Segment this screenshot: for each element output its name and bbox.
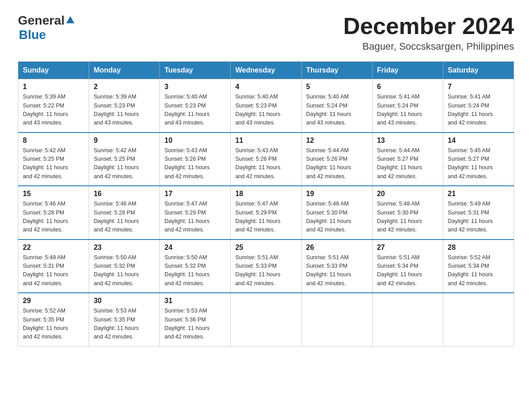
calendar-cell: 4Sunrise: 5:40 AMSunset: 5:23 PMDaylight… bbox=[231, 79, 301, 133]
calendar-cell: 8Sunrise: 5:42 AMSunset: 5:25 PMDaylight… bbox=[18, 133, 89, 186]
day-number: 3 bbox=[164, 83, 226, 91]
day-info: Sunrise: 5:46 AMSunset: 5:28 PMDaylight:… bbox=[23, 200, 84, 235]
calendar-cell: 26Sunrise: 5:51 AMSunset: 5:33 PMDayligh… bbox=[301, 240, 372, 293]
day-info: Sunrise: 5:51 AMSunset: 5:34 PMDaylight:… bbox=[377, 253, 438, 288]
calendar-cell: 19Sunrise: 5:48 AMSunset: 5:30 PMDayligh… bbox=[301, 186, 372, 240]
day-number: 30 bbox=[94, 297, 155, 305]
calendar-cell: 31Sunrise: 5:53 AMSunset: 5:36 PMDayligh… bbox=[160, 293, 231, 346]
title-block: December 2024 Baguer, Soccsksargen, Phil… bbox=[343, 13, 514, 52]
calendar-cell: 11Sunrise: 5:43 AMSunset: 5:26 PMDayligh… bbox=[231, 133, 301, 186]
day-info: Sunrise: 5:42 AMSunset: 5:25 PMDaylight:… bbox=[23, 146, 84, 181]
calendar-cell: 9Sunrise: 5:42 AMSunset: 5:25 PMDaylight… bbox=[89, 133, 160, 186]
calendar-cell: 24Sunrise: 5:50 AMSunset: 5:32 PMDayligh… bbox=[160, 240, 231, 293]
weekday-header-row: SundayMondayTuesdayWednesdayThursdayFrid… bbox=[18, 62, 514, 79]
day-info: Sunrise: 5:53 AMSunset: 5:36 PMDaylight:… bbox=[164, 307, 226, 342]
calendar-cell: 7Sunrise: 5:41 AMSunset: 5:24 PMDaylight… bbox=[443, 79, 514, 133]
day-info: Sunrise: 5:45 AMSunset: 5:27 PMDaylight:… bbox=[448, 146, 509, 181]
week-row-5: 29Sunrise: 5:52 AMSunset: 5:35 PMDayligh… bbox=[18, 293, 514, 346]
calendar-cell: 25Sunrise: 5:51 AMSunset: 5:33 PMDayligh… bbox=[231, 240, 301, 293]
weekday-header-sunday: Sunday bbox=[18, 62, 89, 79]
day-info: Sunrise: 5:43 AMSunset: 5:26 PMDaylight:… bbox=[235, 146, 296, 181]
day-number: 29 bbox=[23, 297, 84, 305]
calendar-cell: 13Sunrise: 5:44 AMSunset: 5:27 PMDayligh… bbox=[372, 133, 443, 186]
day-info: Sunrise: 5:47 AMSunset: 5:29 PMDaylight:… bbox=[235, 200, 296, 235]
calendar-cell bbox=[372, 293, 443, 346]
logo-blue-text: Blue bbox=[19, 28, 75, 42]
weekday-header-tuesday: Tuesday bbox=[160, 62, 231, 79]
day-info: Sunrise: 5:48 AMSunset: 5:30 PMDaylight:… bbox=[377, 200, 438, 235]
day-number: 25 bbox=[235, 244, 296, 252]
location-title: Baguer, Soccsksargen, Philippines bbox=[343, 41, 514, 52]
calendar-cell: 2Sunrise: 5:39 AMSunset: 5:23 PMDaylight… bbox=[89, 79, 160, 133]
day-number: 14 bbox=[448, 137, 509, 145]
day-info: Sunrise: 5:39 AMSunset: 5:22 PMDaylight:… bbox=[23, 93, 84, 128]
page-header: General Blue December 2024 Baguer, Soccs… bbox=[18, 13, 514, 52]
day-number: 31 bbox=[164, 297, 226, 305]
calendar-cell: 16Sunrise: 5:46 AMSunset: 5:28 PMDayligh… bbox=[89, 186, 160, 240]
weekday-header-wednesday: Wednesday bbox=[231, 62, 301, 79]
day-number: 28 bbox=[448, 244, 509, 252]
day-info: Sunrise: 5:44 AMSunset: 5:27 PMDaylight:… bbox=[377, 146, 438, 181]
day-info: Sunrise: 5:50 AMSunset: 5:32 PMDaylight:… bbox=[164, 253, 226, 288]
day-number: 13 bbox=[377, 137, 438, 145]
day-number: 9 bbox=[94, 137, 155, 145]
day-info: Sunrise: 5:39 AMSunset: 5:23 PMDaylight:… bbox=[94, 93, 155, 128]
calendar-cell bbox=[443, 293, 514, 346]
calendar-cell: 6Sunrise: 5:41 AMSunset: 5:24 PMDaylight… bbox=[372, 79, 443, 133]
week-row-3: 15Sunrise: 5:46 AMSunset: 5:28 PMDayligh… bbox=[18, 186, 514, 240]
week-row-2: 8Sunrise: 5:42 AMSunset: 5:25 PMDaylight… bbox=[18, 133, 514, 186]
day-info: Sunrise: 5:41 AMSunset: 5:24 PMDaylight:… bbox=[377, 93, 438, 128]
day-info: Sunrise: 5:47 AMSunset: 5:29 PMDaylight:… bbox=[164, 200, 226, 235]
day-info: Sunrise: 5:52 AMSunset: 5:35 PMDaylight:… bbox=[23, 307, 84, 342]
day-number: 15 bbox=[23, 190, 84, 198]
calendar-cell: 14Sunrise: 5:45 AMSunset: 5:27 PMDayligh… bbox=[443, 133, 514, 186]
day-info: Sunrise: 5:42 AMSunset: 5:25 PMDaylight:… bbox=[94, 146, 155, 181]
day-number: 6 bbox=[377, 83, 438, 91]
weekday-header-saturday: Saturday bbox=[443, 62, 514, 79]
day-number: 5 bbox=[306, 83, 368, 91]
day-info: Sunrise: 5:49 AMSunset: 5:31 PMDaylight:… bbox=[23, 253, 84, 288]
day-info: Sunrise: 5:52 AMSunset: 5:34 PMDaylight:… bbox=[448, 253, 509, 288]
day-number: 19 bbox=[306, 190, 368, 198]
day-number: 24 bbox=[164, 244, 226, 252]
calendar-cell: 21Sunrise: 5:49 AMSunset: 5:31 PMDayligh… bbox=[443, 186, 514, 240]
calendar-cell: 22Sunrise: 5:49 AMSunset: 5:31 PMDayligh… bbox=[18, 240, 89, 293]
day-number: 20 bbox=[377, 190, 438, 198]
weekday-header-friday: Friday bbox=[372, 62, 443, 79]
day-number: 18 bbox=[235, 190, 296, 198]
day-info: Sunrise: 5:49 AMSunset: 5:31 PMDaylight:… bbox=[448, 200, 509, 235]
calendar-cell: 10Sunrise: 5:43 AMSunset: 5:26 PMDayligh… bbox=[160, 133, 231, 186]
day-number: 22 bbox=[23, 244, 84, 252]
calendar-cell bbox=[301, 293, 372, 346]
day-number: 1 bbox=[23, 83, 84, 91]
day-info: Sunrise: 5:51 AMSunset: 5:33 PMDaylight:… bbox=[306, 253, 368, 288]
day-info: Sunrise: 5:43 AMSunset: 5:26 PMDaylight:… bbox=[164, 146, 226, 181]
calendar-table: SundayMondayTuesdayWednesdayThursdayFrid… bbox=[18, 61, 514, 347]
day-number: 26 bbox=[306, 244, 368, 252]
day-number: 2 bbox=[94, 83, 155, 91]
svg-marker-0 bbox=[66, 16, 74, 23]
day-number: 4 bbox=[235, 83, 296, 91]
logo: General Blue bbox=[18, 13, 75, 42]
logo-triangle-icon bbox=[65, 15, 75, 25]
calendar-cell: 12Sunrise: 5:44 AMSunset: 5:26 PMDayligh… bbox=[301, 133, 372, 186]
calendar-cell: 27Sunrise: 5:51 AMSunset: 5:34 PMDayligh… bbox=[372, 240, 443, 293]
day-number: 21 bbox=[448, 190, 509, 198]
calendar-cell: 17Sunrise: 5:47 AMSunset: 5:29 PMDayligh… bbox=[160, 186, 231, 240]
day-info: Sunrise: 5:48 AMSunset: 5:30 PMDaylight:… bbox=[306, 200, 368, 235]
calendar-cell: 20Sunrise: 5:48 AMSunset: 5:30 PMDayligh… bbox=[372, 186, 443, 240]
day-number: 10 bbox=[164, 137, 226, 145]
calendar-cell: 15Sunrise: 5:46 AMSunset: 5:28 PMDayligh… bbox=[18, 186, 89, 240]
calendar-cell: 30Sunrise: 5:53 AMSunset: 5:35 PMDayligh… bbox=[89, 293, 160, 346]
day-number: 12 bbox=[306, 137, 368, 145]
calendar-cell: 28Sunrise: 5:52 AMSunset: 5:34 PMDayligh… bbox=[443, 240, 514, 293]
weekday-header-monday: Monday bbox=[89, 62, 160, 79]
day-info: Sunrise: 5:40 AMSunset: 5:23 PMDaylight:… bbox=[164, 93, 226, 128]
month-title: December 2024 bbox=[343, 13, 514, 39]
calendar-cell: 1Sunrise: 5:39 AMSunset: 5:22 PMDaylight… bbox=[18, 79, 89, 133]
calendar-cell: 23Sunrise: 5:50 AMSunset: 5:32 PMDayligh… bbox=[89, 240, 160, 293]
day-number: 17 bbox=[164, 190, 226, 198]
day-info: Sunrise: 5:44 AMSunset: 5:26 PMDaylight:… bbox=[306, 146, 368, 181]
day-number: 27 bbox=[377, 244, 438, 252]
calendar-cell: 18Sunrise: 5:47 AMSunset: 5:29 PMDayligh… bbox=[231, 186, 301, 240]
